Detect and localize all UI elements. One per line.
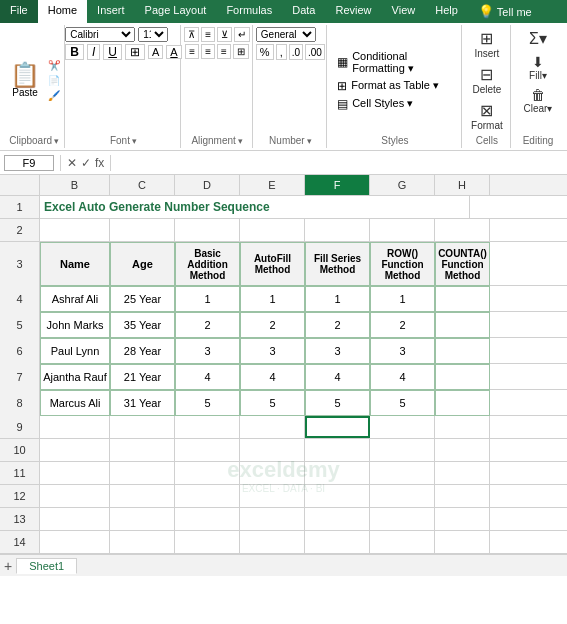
cell-9e[interactable] <box>240 416 305 438</box>
cell-14e[interactable] <box>240 531 305 553</box>
tab-insert[interactable]: Insert <box>87 0 135 23</box>
cell-8g[interactable]: 5 <box>370 390 435 416</box>
cell-7g[interactable]: 4 <box>370 364 435 390</box>
tab-tell-me[interactable]: 💡 Tell me <box>468 0 542 23</box>
fill-color-button[interactable]: A <box>148 45 163 59</box>
cell-7d[interactable]: 4 <box>175 364 240 390</box>
fill-button[interactable]: ⬇ Fill▾ <box>522 52 554 83</box>
cell-10h[interactable] <box>435 439 490 461</box>
cell-8c[interactable]: 31 Year <box>110 390 175 416</box>
cell-11e[interactable] <box>240 462 305 484</box>
cell-13d[interactable] <box>175 508 240 530</box>
font-size-select[interactable]: 11 <box>138 27 168 42</box>
merge-button[interactable]: ⊞ <box>233 44 249 59</box>
cell-8d[interactable]: 5 <box>175 390 240 416</box>
tab-help[interactable]: Help <box>425 0 468 23</box>
font-expand-icon[interactable]: ▾ <box>132 136 137 146</box>
cell-2e[interactable] <box>240 219 305 241</box>
cell-10g[interactable] <box>370 439 435 461</box>
formula-insert-icon[interactable]: fx <box>95 156 104 170</box>
tab-formulas[interactable]: Formulas <box>216 0 282 23</box>
cell-2b[interactable] <box>40 219 110 241</box>
format-painter-button[interactable]: 🖌️ <box>46 89 62 102</box>
formula-confirm-icon[interactable]: ✓ <box>81 156 91 170</box>
cell-11c[interactable] <box>110 462 175 484</box>
header-basic[interactable]: Basic Addition Method <box>175 242 240 286</box>
col-header-d[interactable]: D <box>175 175 240 195</box>
sheet-tab-1[interactable]: Sheet1 <box>16 558 77 574</box>
cell-12h[interactable] <box>435 485 490 507</box>
tab-review[interactable]: Review <box>325 0 381 23</box>
align-center-button[interactable]: ≡ <box>201 44 215 59</box>
cell-5h[interactable] <box>435 312 490 338</box>
number-format-select[interactable]: General <box>256 27 316 42</box>
cell-2g[interactable] <box>370 219 435 241</box>
header-counta[interactable]: COUNTA() Function Method <box>435 242 490 286</box>
cell-10b[interactable] <box>40 439 110 461</box>
cell-11d[interactable] <box>175 462 240 484</box>
cell-reference-input[interactable] <box>4 155 54 171</box>
align-middle-button[interactable]: ≡ <box>201 27 215 42</box>
cell-8f[interactable]: 5 <box>305 390 370 416</box>
italic-button[interactable]: I <box>87 44 100 60</box>
title-cell[interactable]: Excel Auto Generate Number Sequence <box>40 196 470 218</box>
bold-button[interactable]: B <box>65 44 84 60</box>
cell-9d[interactable] <box>175 416 240 438</box>
col-header-f[interactable]: F <box>305 175 370 195</box>
cell-4b[interactable]: Ashraf Ali <box>40 286 110 312</box>
cell-10e[interactable] <box>240 439 305 461</box>
cell-14d[interactable] <box>175 531 240 553</box>
clear-button[interactable]: 🗑 Clear▾ <box>520 85 557 116</box>
cell-12c[interactable] <box>110 485 175 507</box>
cell-9f[interactable] <box>305 416 370 438</box>
tab-page-layout[interactable]: Page Layout <box>135 0 217 23</box>
cell-2f[interactable] <box>305 219 370 241</box>
cell-5b[interactable]: John Marks <box>40 312 110 338</box>
cell-13e[interactable] <box>240 508 305 530</box>
alignment-expand-icon[interactable]: ▾ <box>238 136 243 146</box>
cell-2h[interactable] <box>435 219 490 241</box>
cell-4e[interactable]: 1 <box>240 286 305 312</box>
cell-6f[interactable]: 3 <box>305 338 370 364</box>
cell-5c[interactable]: 35 Year <box>110 312 175 338</box>
cell-2c[interactable] <box>110 219 175 241</box>
cell-6b[interactable]: Paul Lynn <box>40 338 110 364</box>
comma-button[interactable]: , <box>276 44 287 60</box>
cell-14h[interactable] <box>435 531 490 553</box>
col-header-b[interactable]: B <box>40 175 110 195</box>
header-autofill[interactable]: AutoFill Method <box>240 242 305 286</box>
increase-decimal-button[interactable]: .00 <box>305 44 325 60</box>
cell-7f[interactable]: 4 <box>305 364 370 390</box>
cell-7c[interactable]: 21 Year <box>110 364 175 390</box>
col-header-h[interactable]: H <box>435 175 490 195</box>
cell-6h[interactable] <box>435 338 490 364</box>
format-cells-button[interactable]: ⊠ Format <box>467 99 507 133</box>
cell-5d[interactable]: 2 <box>175 312 240 338</box>
cell-6g[interactable]: 3 <box>370 338 435 364</box>
cell-12d[interactable] <box>175 485 240 507</box>
cell-11h[interactable] <box>435 462 490 484</box>
cell-11f[interactable] <box>305 462 370 484</box>
delete-cells-button[interactable]: ⊟ Delete <box>468 63 505 97</box>
col-header-e[interactable]: E <box>240 175 305 195</box>
tab-home[interactable]: Home <box>38 0 87 23</box>
cell-14c[interactable] <box>110 531 175 553</box>
cell-12g[interactable] <box>370 485 435 507</box>
cell-4g[interactable]: 1 <box>370 286 435 312</box>
cell-6c[interactable]: 28 Year <box>110 338 175 364</box>
cell-8h[interactable] <box>435 390 490 416</box>
cell-12f[interactable] <box>305 485 370 507</box>
cell-11g[interactable] <box>370 462 435 484</box>
format-table-button[interactable]: ⊞ Format as Table ▾ <box>335 78 441 94</box>
align-right-button[interactable]: ≡ <box>217 44 231 59</box>
clipboard-expand-icon[interactable]: ▾ <box>54 136 59 146</box>
cell-4c[interactable]: 25 Year <box>110 286 175 312</box>
cell-10d[interactable] <box>175 439 240 461</box>
underline-button[interactable]: U <box>103 44 122 60</box>
cell-6e[interactable]: 3 <box>240 338 305 364</box>
cell-5e[interactable]: 2 <box>240 312 305 338</box>
cell-13b[interactable] <box>40 508 110 530</box>
font-name-select[interactable]: Calibri <box>65 27 135 42</box>
cell-13g[interactable] <box>370 508 435 530</box>
cell-13c[interactable] <box>110 508 175 530</box>
